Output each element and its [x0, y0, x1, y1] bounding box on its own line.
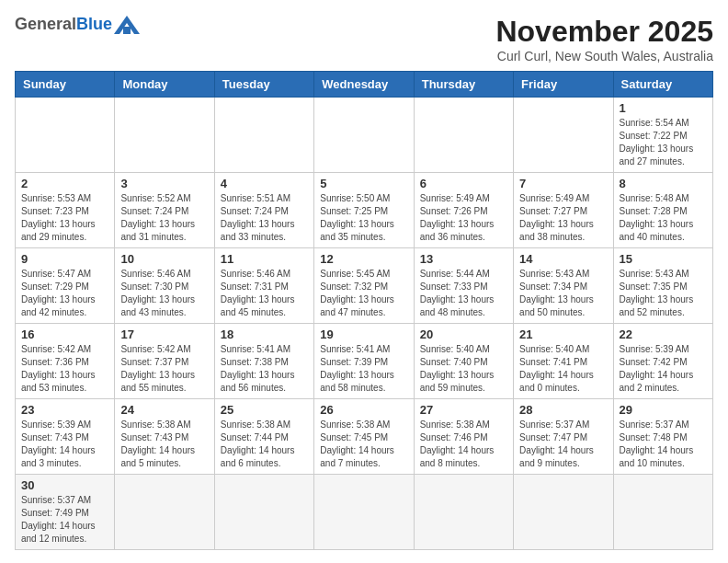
day-info: Sunrise: 5:37 AM Sunset: 7:49 PM Dayligh… — [21, 494, 108, 546]
weekday-header-tuesday: Tuesday — [214, 72, 313, 98]
day-info: Sunrise: 5:41 AM Sunset: 7:38 PM Dayligh… — [221, 343, 308, 395]
day-info: Sunrise: 5:37 AM Sunset: 7:48 PM Dayligh… — [620, 419, 707, 470]
logo-blue-text: Blue — [76, 15, 112, 34]
day-number: 6 — [420, 177, 507, 190]
calendar-day-cell: 28Sunrise: 5:37 AM Sunset: 7:47 PM Dayli… — [514, 399, 613, 475]
calendar-day-cell: 6Sunrise: 5:49 AM Sunset: 7:26 PM Daylig… — [414, 173, 513, 248]
day-number: 19 — [320, 327, 407, 341]
calendar-day-cell: 3Sunrise: 5:52 AM Sunset: 7:24 PM Daylig… — [115, 173, 214, 248]
calendar-day-cell — [16, 98, 115, 173]
day-number: 2 — [21, 177, 108, 190]
page-header: General Blue November 2025 Curl Curl, Ne… — [15, 15, 713, 63]
calendar-table: SundayMondayTuesdayWednesdayThursdayFrid… — [15, 71, 713, 550]
day-number: 26 — [320, 403, 407, 417]
day-number: 11 — [221, 252, 308, 266]
day-number: 14 — [519, 252, 607, 266]
weekday-header-wednesday: Wednesday — [314, 72, 414, 98]
calendar-week-row: 1Sunrise: 5:54 AM Sunset: 7:22 PM Daylig… — [16, 98, 713, 173]
day-info: Sunrise: 5:54 AM Sunset: 7:22 PM Dayligh… — [620, 117, 707, 168]
day-info: Sunrise: 5:47 AM Sunset: 7:29 PM Dayligh… — [21, 268, 108, 319]
weekday-header-thursday: Thursday — [414, 72, 513, 98]
location-subtitle: Curl Curl, New South Wales, Australia — [495, 49, 713, 63]
calendar-day-cell: 16Sunrise: 5:42 AM Sunset: 7:36 PM Dayli… — [16, 324, 115, 399]
calendar-day-cell — [514, 98, 613, 173]
svg-rect-2 — [123, 27, 131, 34]
day-number: 21 — [519, 327, 607, 341]
day-number: 28 — [519, 403, 607, 417]
day-number: 29 — [620, 403, 707, 417]
day-info: Sunrise: 5:43 AM Sunset: 7:35 PM Dayligh… — [620, 268, 707, 319]
calendar-day-cell — [414, 98, 513, 173]
day-number: 18 — [221, 327, 308, 341]
calendar-week-row: 30Sunrise: 5:37 AM Sunset: 7:49 PM Dayli… — [16, 475, 713, 550]
day-number: 9 — [21, 252, 108, 266]
day-info: Sunrise: 5:52 AM Sunset: 7:24 PM Dayligh… — [120, 192, 208, 244]
day-number: 24 — [120, 403, 208, 417]
day-info: Sunrise: 5:38 AM Sunset: 7:44 PM Dayligh… — [221, 419, 308, 470]
day-info: Sunrise: 5:39 AM Sunset: 7:42 PM Dayligh… — [620, 343, 707, 395]
day-info: Sunrise: 5:38 AM Sunset: 7:45 PM Dayligh… — [320, 419, 407, 470]
calendar-day-cell: 14Sunrise: 5:43 AM Sunset: 7:34 PM Dayli… — [514, 248, 613, 324]
calendar-day-cell: 4Sunrise: 5:51 AM Sunset: 7:24 PM Daylig… — [214, 173, 313, 248]
calendar-day-cell: 9Sunrise: 5:47 AM Sunset: 7:29 PM Daylig… — [16, 248, 115, 324]
day-info: Sunrise: 5:50 AM Sunset: 7:25 PM Dayligh… — [320, 192, 407, 244]
calendar-day-cell — [115, 475, 214, 550]
day-number: 7 — [519, 177, 607, 190]
weekday-header-row: SundayMondayTuesdayWednesdayThursdayFrid… — [16, 72, 713, 98]
calendar-day-cell — [214, 475, 313, 550]
calendar-day-cell: 30Sunrise: 5:37 AM Sunset: 7:49 PM Dayli… — [16, 475, 115, 550]
day-number: 13 — [420, 252, 507, 266]
day-number: 20 — [420, 327, 507, 341]
day-number: 5 — [320, 177, 407, 190]
calendar-day-cell: 21Sunrise: 5:40 AM Sunset: 7:41 PM Dayli… — [514, 324, 613, 399]
calendar-day-cell: 18Sunrise: 5:41 AM Sunset: 7:38 PM Dayli… — [214, 324, 313, 399]
calendar-day-cell: 11Sunrise: 5:46 AM Sunset: 7:31 PM Dayli… — [214, 248, 313, 324]
day-info: Sunrise: 5:40 AM Sunset: 7:41 PM Dayligh… — [519, 343, 607, 395]
calendar-day-cell: 24Sunrise: 5:38 AM Sunset: 7:43 PM Dayli… — [115, 399, 214, 475]
calendar-day-cell: 19Sunrise: 5:41 AM Sunset: 7:39 PM Dayli… — [314, 324, 414, 399]
weekday-header-friday: Friday — [514, 72, 613, 98]
day-number: 30 — [21, 478, 108, 492]
day-info: Sunrise: 5:42 AM Sunset: 7:36 PM Dayligh… — [21, 343, 108, 395]
calendar-day-cell: 13Sunrise: 5:44 AM Sunset: 7:33 PM Dayli… — [414, 248, 513, 324]
calendar-day-cell — [613, 475, 712, 550]
day-number: 16 — [21, 327, 108, 341]
day-number: 15 — [620, 252, 707, 266]
calendar-day-cell: 23Sunrise: 5:39 AM Sunset: 7:43 PM Dayli… — [16, 399, 115, 475]
logo-icon — [114, 16, 140, 34]
month-title: November 2025 — [495, 15, 713, 49]
day-info: Sunrise: 5:45 AM Sunset: 7:32 PM Dayligh… — [320, 268, 407, 319]
calendar-day-cell: 22Sunrise: 5:39 AM Sunset: 7:42 PM Dayli… — [613, 324, 712, 399]
day-number: 27 — [420, 403, 507, 417]
day-info: Sunrise: 5:39 AM Sunset: 7:43 PM Dayligh… — [21, 419, 108, 470]
calendar-day-cell: 8Sunrise: 5:48 AM Sunset: 7:28 PM Daylig… — [613, 173, 712, 248]
calendar-day-cell — [115, 98, 214, 173]
calendar-week-row: 16Sunrise: 5:42 AM Sunset: 7:36 PM Dayli… — [16, 324, 713, 399]
calendar-day-cell — [314, 98, 414, 173]
day-info: Sunrise: 5:38 AM Sunset: 7:46 PM Dayligh… — [420, 419, 507, 470]
calendar-day-cell: 12Sunrise: 5:45 AM Sunset: 7:32 PM Dayli… — [314, 248, 414, 324]
day-number: 23 — [21, 403, 108, 417]
day-info: Sunrise: 5:51 AM Sunset: 7:24 PM Dayligh… — [221, 192, 308, 244]
day-info: Sunrise: 5:46 AM Sunset: 7:31 PM Dayligh… — [221, 268, 308, 319]
title-block: November 2025 Curl Curl, New South Wales… — [495, 15, 713, 63]
calendar-day-cell: 29Sunrise: 5:37 AM Sunset: 7:48 PM Dayli… — [613, 399, 712, 475]
day-number: 22 — [620, 327, 707, 341]
calendar-day-cell: 27Sunrise: 5:38 AM Sunset: 7:46 PM Dayli… — [414, 399, 513, 475]
weekday-header-monday: Monday — [115, 72, 214, 98]
calendar-day-cell — [214, 98, 313, 173]
calendar-day-cell: 26Sunrise: 5:38 AM Sunset: 7:45 PM Dayli… — [314, 399, 414, 475]
day-info: Sunrise: 5:41 AM Sunset: 7:39 PM Dayligh… — [320, 343, 407, 395]
calendar-week-row: 9Sunrise: 5:47 AM Sunset: 7:29 PM Daylig… — [16, 248, 713, 324]
calendar-day-cell: 5Sunrise: 5:50 AM Sunset: 7:25 PM Daylig… — [314, 173, 414, 248]
day-info: Sunrise: 5:53 AM Sunset: 7:23 PM Dayligh… — [21, 192, 108, 244]
logo-general-text: General — [15, 15, 76, 34]
calendar-day-cell: 1Sunrise: 5:54 AM Sunset: 7:22 PM Daylig… — [613, 98, 712, 173]
day-number: 4 — [221, 177, 308, 190]
day-info: Sunrise: 5:40 AM Sunset: 7:40 PM Dayligh… — [420, 343, 507, 395]
calendar-day-cell: 7Sunrise: 5:49 AM Sunset: 7:27 PM Daylig… — [514, 173, 613, 248]
calendar-day-cell — [514, 475, 613, 550]
weekday-header-saturday: Saturday — [613, 72, 712, 98]
day-info: Sunrise: 5:49 AM Sunset: 7:27 PM Dayligh… — [519, 192, 607, 244]
calendar-day-cell: 2Sunrise: 5:53 AM Sunset: 7:23 PM Daylig… — [16, 173, 115, 248]
